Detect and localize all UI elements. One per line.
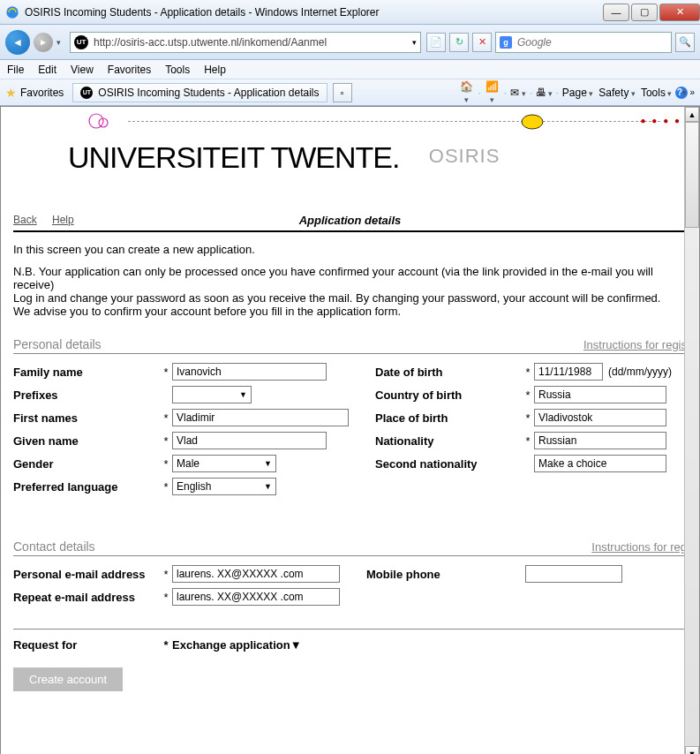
page-title: Application details xyxy=(13,214,687,227)
help-link[interactable]: Help xyxy=(52,214,74,226)
input-email[interactable] xyxy=(172,565,340,583)
select-request[interactable]: Exchange application▼ xyxy=(172,638,322,652)
instructions-link-2[interactable]: Instructions for reg xyxy=(591,540,687,554)
intro-text: In this screen you can create a new appl… xyxy=(13,243,687,256)
home-button[interactable]: 🏠 xyxy=(456,80,476,105)
instructions-link-1[interactable]: Instructions for regis xyxy=(583,338,687,351)
label-lang: Preferred language xyxy=(13,480,160,494)
menu-file[interactable]: File xyxy=(7,64,24,76)
page-menu[interactable]: Page xyxy=(561,87,596,99)
svg-point-1 xyxy=(89,114,103,128)
search-bar[interactable]: g xyxy=(495,32,672,53)
title-divider xyxy=(13,230,687,232)
brand-title: UNIVERSITEIT TWENTE. xyxy=(68,140,399,175)
note-line-1: N.B. Your application can only be proces… xyxy=(13,265,687,291)
vertical-scrollbar[interactable]: ▲ ▼ xyxy=(684,107,699,754)
select-prefixes[interactable]: ▼ xyxy=(172,386,252,403)
maximize-button[interactable]: ▢ xyxy=(631,4,658,21)
menu-bar: File Edit View Favorites Tools Help xyxy=(0,60,700,79)
url-dropdown-icon[interactable]: ▾ xyxy=(412,38,417,47)
print-button[interactable]: 🖶 xyxy=(534,87,553,99)
url-input[interactable] xyxy=(92,35,412,49)
personal-col-right: Date of birth * (dd/mm/yyyy) Country of … xyxy=(375,363,687,501)
address-bar[interactable]: UT ▾ xyxy=(70,32,421,53)
label-nat: Nationality xyxy=(375,434,522,448)
decorative-blob-icon xyxy=(519,112,546,132)
input-nat[interactable] xyxy=(534,432,666,449)
menu-help[interactable]: Help xyxy=(204,64,226,76)
site-badge-icon: UT xyxy=(74,35,88,49)
label-email: Personal e-mail address xyxy=(13,568,160,581)
overflow-icon[interactable]: » xyxy=(689,87,695,97)
input-email2[interactable] xyxy=(172,588,340,606)
menu-edit[interactable]: Edit xyxy=(38,64,56,76)
google-icon: g xyxy=(500,36,512,49)
refresh-button[interactable]: ↻ xyxy=(449,33,469,52)
window-titlebar: OSIRIS Incoming Students - Application d… xyxy=(0,0,700,25)
history-dropdown-icon[interactable]: ▾ xyxy=(56,38,61,47)
scroll-down-button[interactable]: ▼ xyxy=(685,746,699,754)
input-pob[interactable] xyxy=(534,409,666,426)
feeds-button[interactable]: 📶 xyxy=(483,80,502,105)
input-cob[interactable] xyxy=(534,386,666,403)
chevron-down-icon: ▼ xyxy=(264,459,272,468)
scroll-thumb[interactable] xyxy=(685,122,699,228)
label-family: Family name xyxy=(13,366,160,379)
tab-favicon-icon: UT xyxy=(80,87,93,99)
scroll-track[interactable] xyxy=(685,122,699,746)
section-personal: Personal details xyxy=(13,337,102,351)
chevron-down-icon: ▼ xyxy=(239,390,247,399)
safety-menu[interactable]: Safety xyxy=(597,87,637,99)
create-account-button[interactable]: Create account xyxy=(13,667,123,691)
tab-title: OSIRIS Incoming Students - Application d… xyxy=(98,87,319,99)
stop-button[interactable]: ✕ xyxy=(472,33,492,52)
input-mobile[interactable] xyxy=(525,565,622,583)
window-title: OSIRIS Incoming Students - Application d… xyxy=(25,6,380,19)
contact-col-right: Mobile phone xyxy=(366,565,687,611)
star-icon: ★ xyxy=(5,86,17,100)
label-first: First names xyxy=(13,411,160,425)
readmail-button[interactable]: ✉ xyxy=(508,87,528,99)
menu-tools[interactable]: Tools xyxy=(165,64,190,76)
select-lang[interactable]: English▼ xyxy=(172,478,276,495)
minimize-button[interactable]: — xyxy=(603,4,629,21)
input-given[interactable] xyxy=(172,432,327,449)
section-divider xyxy=(13,629,687,630)
input-first[interactable] xyxy=(172,409,349,426)
dob-hint: (dd/mm/yyyy) xyxy=(608,366,672,378)
label-given: Given name xyxy=(13,434,160,448)
favorites-button[interactable]: ★ Favorites xyxy=(5,86,64,100)
menu-view[interactable]: View xyxy=(71,64,94,76)
label-request: Request for xyxy=(13,638,160,652)
tools-menu[interactable]: Tools xyxy=(639,87,674,99)
scroll-up-button[interactable]: ▲ xyxy=(685,107,699,122)
browser-tab[interactable]: UT OSIRIS Incoming Students - Applicatio… xyxy=(72,83,327,102)
input-family[interactable] xyxy=(172,363,327,381)
label-prefixes: Prefixes xyxy=(13,388,160,402)
back-button[interactable]: ◄ xyxy=(5,30,30,55)
contact-col-left: Personal e-mail address * Repeat e-mail … xyxy=(13,565,340,611)
help-button[interactable]: ? xyxy=(675,87,688,99)
osiris-label: OSIRIS xyxy=(429,145,501,167)
personal-col-left: Family name * Prefixes ▼ First names * xyxy=(13,363,349,501)
compat-view-button[interactable]: 📄 xyxy=(426,33,446,52)
favorites-label: Favorites xyxy=(20,87,64,99)
navigation-bar: ◄ ► ▾ UT ▾ 📄 ↻ ✕ g 🔍 xyxy=(0,25,700,60)
select-gender[interactable]: Male▼ xyxy=(172,455,276,472)
page-content: ● ● ● ● UNIVERSITEIT TWENTE. OSIRIS Back… xyxy=(1,107,699,754)
new-tab-button[interactable]: ▫ xyxy=(333,83,352,102)
close-button[interactable]: ✕ xyxy=(659,4,700,21)
command-bar: ★ Favorites UT OSIRIS Incoming Students … xyxy=(0,79,700,106)
search-button[interactable]: 🔍 xyxy=(675,33,695,52)
page-viewport: ● ● ● ● UNIVERSITEIT TWENTE. OSIRIS Back… xyxy=(0,106,700,754)
label-dob: Date of birth xyxy=(375,366,522,379)
back-link[interactable]: Back xyxy=(13,214,37,226)
input-dob[interactable] xyxy=(534,363,603,381)
label-email2: Repeat e-mail address xyxy=(13,591,160,604)
section-contact: Contact details xyxy=(13,539,95,554)
search-input[interactable] xyxy=(516,35,667,49)
menu-favorites[interactable]: Favorites xyxy=(108,64,151,76)
decorative-dots-icon: ● ● ● ● xyxy=(641,116,682,125)
input-nat2[interactable] xyxy=(534,455,666,472)
forward-button[interactable]: ► xyxy=(34,33,53,52)
